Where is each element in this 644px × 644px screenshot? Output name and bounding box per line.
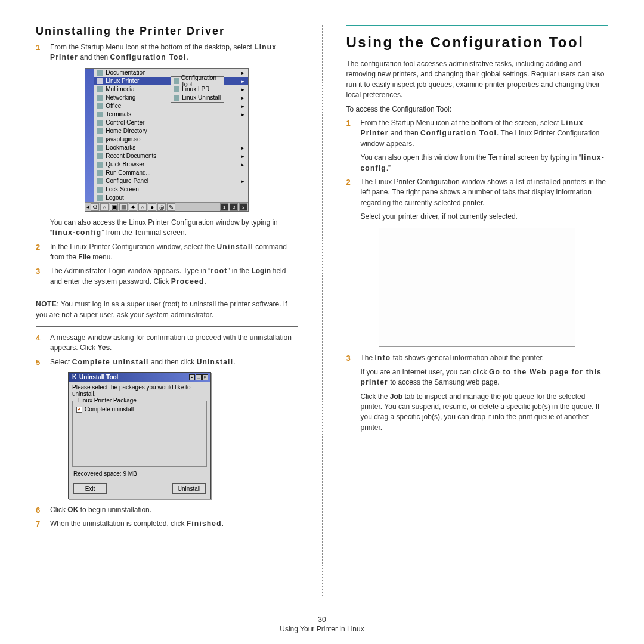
after-menu-text: You can also access the Linux Printer Co… [36,218,298,239]
right-column: Using the Configuration Tool The configu… [346,25,609,596]
menu-item-quick-browser[interactable]: Quick Browser▸ [94,160,248,169]
desktop-pager-1[interactable]: 1 [220,203,228,211]
taskbar-icon[interactable]: ⚙ [91,203,99,211]
taskbar-icon[interactable]: ⌂ [138,203,147,211]
taskbar-icon[interactable]: ✎ [167,203,175,211]
footer-title: Using Your Printer in Linux [0,625,644,633]
menu-item-recent-documents[interactable]: Recent Documents▸ [94,152,248,160]
left-step-2: 2 In the Linux Printer Configuration win… [36,242,298,263]
note-rule-bottom [36,326,298,327]
taskbar: ◂ ⚙ ⌂ ▣ ▤ ✦ ⌂ ● ◎ ✎ 1 2 3 [85,202,248,211]
left-step-4: 4 A message window asking for confirmati… [36,333,298,354]
recovered-space: Recovered space: 9 MB [69,468,210,479]
submenu-configuration-tool[interactable]: Configuration Tool [171,77,224,85]
package-group: Linux Printer Package ✔ Complete uninsta… [72,401,207,467]
taskbar-left-arrow[interactable]: ◂ [85,203,90,211]
left-step-5: 5 Select Complete uninstall and then cli… [36,357,298,367]
page-footer: 30 Using Your Printer in Linux [0,615,644,633]
menu-item-office[interactable]: Office▸ [94,102,248,110]
uninstall-button[interactable]: Uninstall [172,483,206,494]
close-icon[interactable]: × [202,374,208,380]
menu-item-logout[interactable]: Logout [94,194,248,202]
menu-item-lock-screen[interactable]: Lock Screen [94,185,248,194]
right-step-3: 3 The Info tab shows general information… [346,353,609,433]
right-step-2: 2 The Linux Printer Configuration window… [346,177,609,222]
teal-rule [346,25,609,26]
group-title: Linux Printer Package [76,397,138,404]
desktop-pager-3[interactable]: 3 [239,203,247,211]
taskbar-icon[interactable]: ▤ [119,203,128,211]
uninstall-heading: Uninstalling the Printer Driver [36,25,298,38]
taskbar-icon[interactable]: ● [148,203,156,211]
left-step-3: 3 The Administrator Login window appears… [36,266,298,287]
uninstall-tool-window: K Uninstall Tool • □ × Please select the… [68,372,211,499]
exit-button[interactable]: Exit [73,483,107,494]
submenu-linux-uninstall[interactable]: Linux Uninstall [171,94,224,102]
checkbox-icon: ✔ [76,407,82,413]
menu-item-control-center[interactable]: Control Center [94,119,248,127]
note-rule-top [36,293,298,293]
desktop-pager-2[interactable]: 2 [230,203,238,211]
left-step-7: 7 When the uninstallation is completed, … [36,519,298,529]
window-titlebar: K Uninstall Tool • □ × [69,373,210,382]
taskbar-icon[interactable]: ◎ [157,203,166,211]
right-step-1: 1 From the Startup Menu icon at the bott… [346,118,609,174]
menu-item-terminals[interactable]: Terminals▸ [94,110,248,119]
intro-text: The configuration tool accesses administ… [346,59,609,101]
taskbar-icon[interactable]: ✦ [129,203,137,211]
note-text: NOTE: You must log in as a super user (r… [36,299,298,320]
submenu-linux-printer: Configuration Tool Linux LPR Linux Unins… [171,76,224,103]
taskbar-icon[interactable]: ▣ [110,203,118,211]
menu-item-bookmarks[interactable]: Bookmarks▸ [94,144,248,152]
menu-item-home-directory[interactable]: Home Directory [94,127,248,135]
menu-item-run-command[interactable]: Run Command... [94,169,248,177]
menu-item-configure-panel[interactable]: Configure Panel▸ [94,177,248,185]
taskbar-icon[interactable]: ⌂ [100,203,109,211]
complete-uninstall-checkbox[interactable]: ✔ Complete uninstall [76,406,203,413]
left-column: Uninstalling the Printer Driver 1 From t… [36,25,298,596]
menu-item-javaplugin[interactable]: javaplugin.so [94,135,248,144]
left-step-1: 1 From the Startup Menu icon at the bott… [36,42,298,63]
maximize-icon[interactable]: □ [196,374,202,380]
page-number: 30 [0,615,644,624]
kde-start-menu: Documentation▸ Linux Printer▸ Multimedia… [85,68,249,212]
column-divider [322,25,323,596]
config-tool-heading: Using the Configuration Tool [346,34,609,51]
config-window-screenshot [379,228,575,347]
iconify-icon[interactable]: • [189,374,195,380]
left-step-6: 6 Click OK to begin uninstallation. [36,505,298,515]
menu-item-documentation[interactable]: Documentation▸ [94,69,248,77]
access-text: To access the Configuration Tool: [346,104,609,114]
menu-stripe [85,69,94,202]
